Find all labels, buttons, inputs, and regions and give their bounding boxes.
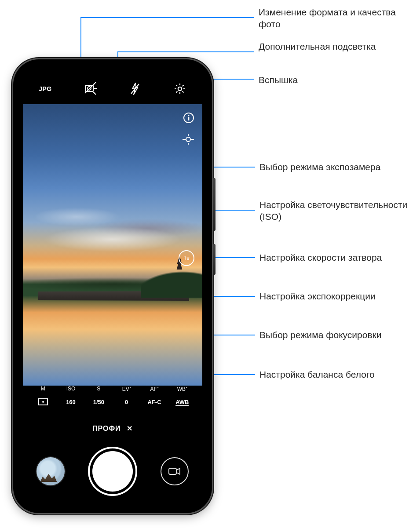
annotation-shutter: Настройка скорости затвора xyxy=(259,251,382,263)
param-wb-label: WB• xyxy=(177,386,187,394)
zoom-button[interactable]: 1x xyxy=(178,249,195,269)
horizon-button[interactable] xyxy=(182,133,194,147)
mode-name: ПРОФИ xyxy=(92,425,121,432)
svg-point-20 xyxy=(186,137,190,142)
flash-off-icon xyxy=(129,82,141,95)
viewfinder[interactable]: 1x xyxy=(23,104,202,386)
svg-point-16 xyxy=(178,87,182,91)
svg-point-18 xyxy=(188,115,189,116)
annotation-focus: Выбор режима фокусировки xyxy=(259,329,381,341)
format-button[interactable]: JPG xyxy=(35,85,55,92)
phone-screen: JPG xyxy=(23,69,202,503)
phone-frame: JPG xyxy=(13,59,212,513)
param-ev[interactable]: EV• 0 xyxy=(113,386,140,406)
close-mode-icon: ✕ xyxy=(127,424,133,433)
annotation-wb: Настройка баланса белого xyxy=(259,368,375,380)
param-ev-label: EV• xyxy=(122,386,131,394)
pro-params-row: M ISO 160 S 1/50 E xyxy=(23,386,202,406)
svg-line-13 xyxy=(93,92,96,95)
annotation-ev: Настройка экспокоррекции xyxy=(259,290,376,302)
param-wb[interactable]: WB• AWB xyxy=(168,386,196,406)
param-iso[interactable]: ISO 160 xyxy=(57,386,84,406)
svg-text:1x: 1x xyxy=(183,255,190,262)
video-icon xyxy=(168,467,181,476)
volume-button xyxy=(213,178,215,231)
annotation-iso: Настройка светочувствительности (ISO) xyxy=(259,199,409,223)
info-icon xyxy=(183,112,194,124)
viewfinder-hill xyxy=(141,267,202,298)
param-af[interactable]: AF• AF-C xyxy=(140,386,168,406)
assistive-light-icon xyxy=(84,82,97,95)
param-iso-value: 160 xyxy=(66,398,76,406)
param-metering[interactable]: M xyxy=(29,386,57,406)
annotation-format: Изменение формата и качества фото xyxy=(259,6,409,30)
format-label: JPG xyxy=(39,85,52,92)
assistive-light-button[interactable] xyxy=(80,82,100,95)
param-metering-label: M xyxy=(41,386,45,394)
metering-icon xyxy=(38,398,48,405)
annotation-flash: Вспышка xyxy=(259,74,298,86)
gear-icon xyxy=(174,83,186,95)
param-metering-value xyxy=(38,398,48,406)
gallery-button[interactable] xyxy=(37,457,65,485)
param-af-value: AF-C xyxy=(147,398,161,406)
svg-rect-19 xyxy=(188,117,190,120)
info-button[interactable] xyxy=(183,112,194,125)
param-wb-value: AWB xyxy=(175,398,189,406)
settings-button[interactable] xyxy=(170,83,190,95)
flash-button[interactable] xyxy=(125,82,145,95)
zoom-icon: 1x xyxy=(178,249,195,267)
viewfinder-clouds xyxy=(23,104,202,386)
power-button xyxy=(213,244,215,275)
bottom-controls xyxy=(23,443,202,500)
annotation-light: Дополнительная подсветка xyxy=(259,40,376,52)
svg-rect-29 xyxy=(169,468,176,474)
video-mode-button[interactable] xyxy=(161,457,189,485)
mode-label[interactable]: ПРОФИ ✕ xyxy=(23,424,202,433)
shutter-button[interactable] xyxy=(92,451,133,492)
param-shutter-value: 1/50 xyxy=(93,398,104,406)
param-shutter[interactable]: S 1/50 xyxy=(85,386,113,406)
horizon-icon xyxy=(182,133,194,146)
camera-topbar: JPG xyxy=(23,78,202,100)
param-ev-value: 0 xyxy=(125,398,128,406)
param-iso-label: ISO xyxy=(66,386,76,394)
annotation-metering: Выбор режима экспозамера xyxy=(259,161,380,173)
param-shutter-label: S xyxy=(97,386,100,394)
svg-point-28 xyxy=(42,401,44,403)
param-af-label: AF• xyxy=(150,386,158,394)
